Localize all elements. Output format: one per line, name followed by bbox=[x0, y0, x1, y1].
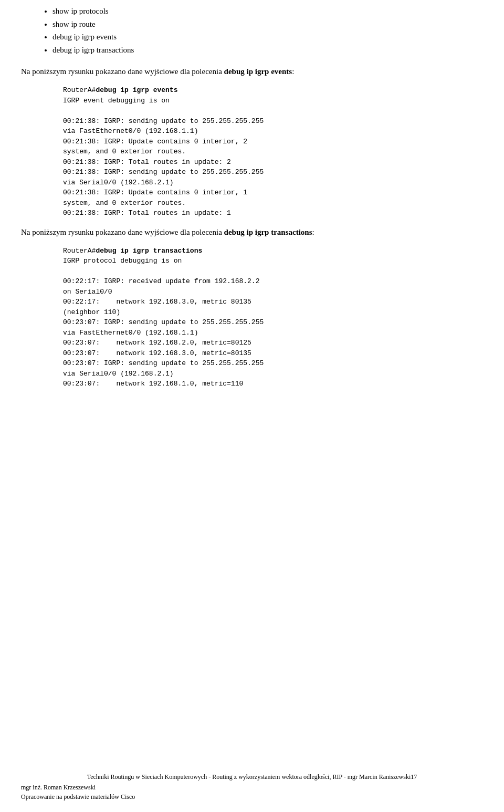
paragraph-2-bold: debug ip igrp bbox=[224, 228, 269, 236]
code-block-2-line-13: 00:23:07: network 192.168.1.0, metric=11… bbox=[63, 380, 243, 388]
code-block-1-line-10: 00:21:38: IGRP: Update contains 0 interi… bbox=[63, 189, 247, 196]
code-block-2-line-12: via Serial0/0 (192.168.2.1) bbox=[63, 370, 174, 378]
list-item-1-text: show ip protocols bbox=[52, 7, 109, 15]
footer-line3: Opracowanie na podstawie materiałów Cisc… bbox=[21, 792, 483, 801]
code-block-1-line-4: via FastEthernet0/0 (192.168.1.1) bbox=[63, 127, 198, 135]
code-block-1-line-12: 00:21:38: IGRP: Total routes in update: … bbox=[63, 209, 231, 217]
code-block-2-line-1: IGRP protocol debugging is on bbox=[63, 257, 182, 265]
paragraph-2-before: Na poniższym rysunku pokazano dane wyjśc… bbox=[21, 228, 224, 236]
code-block-1-line-2 bbox=[63, 107, 67, 114]
code-block-2: RouterA#debug ip igrp transactions IGRP … bbox=[63, 246, 483, 389]
paragraph-2-after: : bbox=[312, 228, 314, 236]
code-block-2-line-2 bbox=[63, 267, 67, 275]
code-block-2-line-8: via FastEthernet0/0 (192.168.1.1) bbox=[63, 329, 198, 337]
code-block-2-line-7: 00:23:07: IGRP: sending update to 255.25… bbox=[63, 318, 264, 326]
list-item-2: show ip route bbox=[52, 18, 483, 30]
code-block-1-line-1: IGRP event debugging is on bbox=[63, 97, 170, 105]
code-block-1-line-11: system, and 0 exterior routes. bbox=[63, 199, 186, 207]
paragraph-2-newline-bold: transactions bbox=[271, 228, 312, 236]
list-item-3: debug ip igrp events bbox=[52, 31, 483, 43]
code-block-1: RouterA#debug ip igrp events IGRP event … bbox=[63, 85, 483, 218]
code-block-1-line-7: 00:21:38: IGRP: Total routes in update: … bbox=[63, 158, 231, 166]
paragraph-1-after: : bbox=[292, 67, 294, 76]
list-item-4-text: debug ip igrp transactions bbox=[52, 46, 134, 54]
code-block-2-line-3: 00:22:17: IGRP: received update from 192… bbox=[63, 277, 259, 285]
code-block-1-line-6: system, and 0 exterior routes. bbox=[63, 148, 186, 155]
footer-line3-text: Opracowanie na podstawie materiałów Cisc… bbox=[21, 793, 135, 800]
code-block-2-line-4: on Serial0/0 bbox=[63, 288, 112, 296]
paragraph-1-before: Na poniższym rysunku pokazano dane wyjśc… bbox=[21, 67, 224, 76]
paragraph-2: Na poniższym rysunku pokazano dane wyjśc… bbox=[21, 226, 483, 238]
code-block-2-prompt: RouterA# bbox=[63, 247, 96, 255]
code-block-1-prompt: RouterA# bbox=[63, 86, 96, 94]
footer: Techniki Routingu w Sieciach Komputerowy… bbox=[0, 772, 504, 801]
code-block-2-line-9: 00:23:07: network 192.168.2.0, metric=80… bbox=[63, 339, 251, 347]
code-block-2-line-5: 00:22:17: network 192.168.3.0, metric 80… bbox=[63, 298, 251, 306]
code-block-1-line-3: 00:21:38: IGRP: sending update to 255.25… bbox=[63, 117, 264, 125]
code-block-1-command: debug ip igrp events bbox=[96, 86, 177, 94]
footer-line1-text: Techniki Routingu w Sieciach Komputerowy… bbox=[87, 773, 411, 780]
list-item-3-text: debug ip igrp events bbox=[52, 33, 117, 41]
list-item-2-text: show ip route bbox=[52, 20, 96, 28]
code-block-2-command: debug ip igrp transactions bbox=[96, 247, 202, 255]
footer-line2-text: mgr inż. Roman Krzeszewski bbox=[21, 784, 96, 791]
code-block-2-line-10: 00:23:07: network 192.168.3.0, metric=80… bbox=[63, 349, 251, 357]
list-item-1: show ip protocols bbox=[52, 5, 483, 17]
paragraph-1-bold: debug ip igrp events bbox=[224, 67, 292, 76]
footer-line2: mgr inż. Roman Krzeszewski bbox=[21, 783, 483, 792]
code-block-2-line-6: (neighbor 110) bbox=[63, 308, 120, 316]
code-block-2-line-11: 00:23:07: IGRP: sending update to 255.25… bbox=[63, 359, 264, 367]
list-item-4: debug ip igrp transactions bbox=[52, 44, 483, 56]
paragraph-1: Na poniższym rysunku pokazano dane wyjśc… bbox=[21, 65, 483, 78]
code-block-1-line-5: 00:21:38: IGRP: Update contains 0 interi… bbox=[63, 138, 247, 145]
code-block-1-line-8: 00:21:38: IGRP: sending update to 255.25… bbox=[63, 168, 264, 176]
page-number: 17 bbox=[411, 773, 417, 780]
bullet-list: show ip protocols show ip route debug ip… bbox=[52, 5, 483, 56]
code-block-1-line-9: via Serial0/0 (192.168.2.1) bbox=[63, 179, 174, 186]
footer-line1: Techniki Routingu w Sieciach Komputerowy… bbox=[21, 772, 483, 782]
